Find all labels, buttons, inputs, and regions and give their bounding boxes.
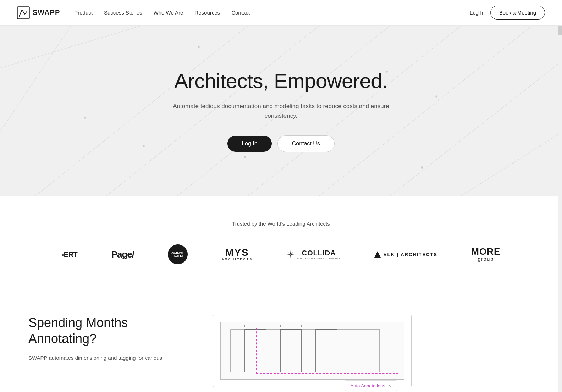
logos-row: ›ERT Page/ AUERBACHHELFREY MYS ARCHITECT…	[50, 244, 512, 265]
navbar-left: SWAPP Product Success Stories Who We Are…	[17, 6, 250, 19]
logo-ert: ›ERT	[62, 244, 78, 265]
annotation-mockup-inner	[220, 322, 404, 380]
vlk-triangle-icon	[374, 251, 381, 258]
annotating-right: Auto Annotations ×	[213, 315, 534, 387]
hero-section: Architects, Empowered. Automate tedious …	[0, 26, 562, 196]
logo-auerbach: AUERBACHHELFREY	[168, 244, 188, 265]
navbar-login-button[interactable]: Log In	[470, 10, 485, 16]
nav-links: Product Success Stories Who We Are Resou…	[74, 10, 250, 16]
logo-vlk: VLK | ARCHITECTS	[374, 244, 437, 265]
nav-item-who-we-are[interactable]: Who We Are	[154, 10, 183, 16]
svg-marker-18	[374, 251, 381, 258]
svg-point-17	[422, 167, 423, 169]
auto-annotations-label: Auto Annotations	[351, 383, 385, 388]
nav-item-success-stories[interactable]: Success Stories	[104, 10, 142, 16]
svg-point-11	[84, 117, 86, 119]
navbar-right: Log In Book a Meeting	[470, 6, 545, 20]
svg-point-12	[143, 145, 145, 147]
logo-circle-auerbach: AUERBACHHELFREY	[168, 244, 188, 264]
annotating-title: Spending Months Annotating?	[28, 315, 184, 347]
logo-mys: MYS ARCHITECTS	[222, 244, 253, 265]
navbar: SWAPP Product Success Stories Who We Are…	[0, 0, 562, 26]
svg-rect-0	[17, 7, 29, 19]
logo-more-group: MORE group	[471, 244, 500, 265]
hero-subtitle: Automate tedious documentation and model…	[165, 101, 397, 121]
logo-label: SWAPP	[33, 9, 60, 17]
svg-rect-19	[231, 330, 380, 372]
trusted-section: Trusted by the World's Leading Architect…	[0, 196, 562, 286]
annotating-left: Spending Months Annotating? SWAPP automa…	[28, 315, 184, 363]
hero-buttons: Log In Contact Us	[165, 135, 397, 152]
svg-rect-21	[280, 330, 302, 372]
auto-annotations-badge: Auto Annotations ×	[345, 380, 397, 391]
svg-rect-22	[316, 330, 337, 372]
nav-item-contact[interactable]: Contact	[231, 10, 250, 16]
trusted-label: Trusted by the World's Leading Architect…	[17, 221, 545, 227]
annotating-text: SWAPP automates dimensioning and tagging…	[28, 354, 184, 363]
logo-icon	[17, 6, 30, 19]
page-scrollbar[interactable]	[558, 0, 562, 392]
collida-star-icon	[287, 250, 294, 258]
blueprint-svg	[221, 322, 404, 379]
logo-collida: COLLIDA A MILLWORK SIGN COMPANY	[287, 244, 341, 265]
nav-item-resources[interactable]: Resources	[194, 10, 220, 16]
annotation-mockup: Auto Annotations ×	[213, 315, 412, 387]
hero-login-button[interactable]: Log In	[227, 136, 271, 152]
logo[interactable]: SWAPP	[17, 6, 60, 19]
navbar-book-button[interactable]: Book a Meeting	[490, 6, 545, 20]
logo-page: Page/	[111, 244, 134, 265]
nav-item-product[interactable]: Product	[74, 10, 93, 16]
close-badge-button[interactable]: ×	[388, 383, 391, 388]
annotating-section: Spending Months Annotating? SWAPP automa…	[0, 286, 562, 392]
svg-point-16	[436, 96, 437, 98]
svg-rect-20	[245, 330, 266, 372]
hero-content: Architects, Empowered. Automate tedious …	[157, 41, 405, 180]
hero-title: Architects, Empowered.	[165, 69, 397, 93]
hero-contact-button[interactable]: Contact Us	[277, 135, 335, 152]
